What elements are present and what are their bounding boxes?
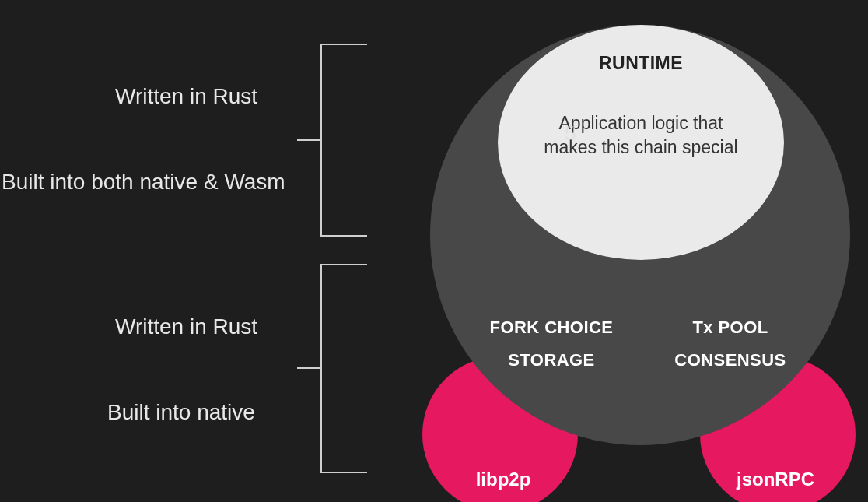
node-modules-grid: FORK CHOICE Tx POOL STORAGE CONSENSUS: [462, 318, 820, 383]
node-module-tx-pool: Tx POOL: [641, 318, 820, 338]
ear-libp2p-label: libp2p: [476, 469, 531, 490]
bracket-bottom-tick: [297, 367, 320, 369]
ear-jsonrpc-label: jsonRPC: [737, 469, 814, 490]
label-bot-1: Written in Rust: [115, 314, 257, 339]
page-number: 5: [565, 121, 576, 146]
diagram-stage: Written in Rust Built into both native &…: [0, 0, 868, 502]
bracket-top-tick: [297, 139, 320, 141]
node-module-consensus: CONSENSUS: [641, 350, 820, 370]
runtime-title: RUNTIME: [599, 53, 683, 74]
node-module-storage: STORAGE: [462, 350, 641, 370]
label-bot-2: Built into native: [107, 400, 255, 425]
bracket-top: [320, 44, 367, 237]
label-top-2: Built into both native & Wasm: [2, 170, 285, 195]
label-top-1: Written in Rust: [115, 84, 257, 109]
node-module-fork-choice: FORK CHOICE: [462, 318, 641, 338]
bracket-bottom: [320, 264, 367, 473]
runtime-circle: RUNTIME Application logic that makes thi…: [498, 25, 784, 260]
